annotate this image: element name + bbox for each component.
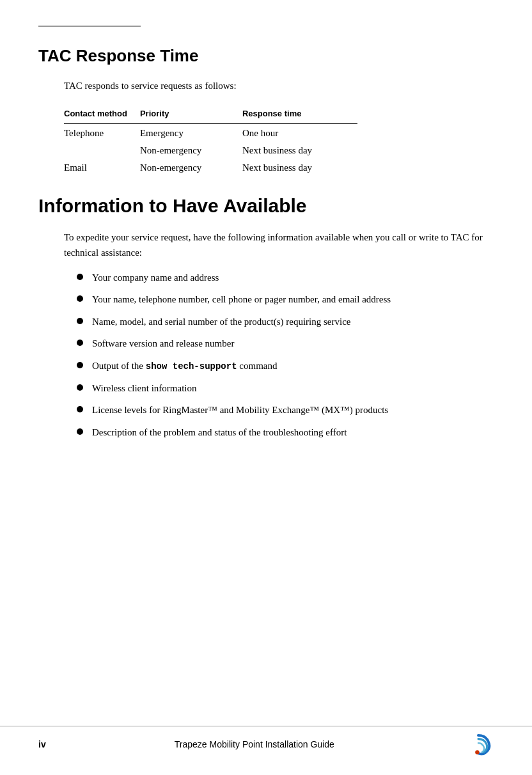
cell-contact: Email <box>64 159 140 176</box>
info-section-title: Information to Have Available <box>38 195 494 217</box>
list-item-text: Your company name and address <box>92 270 219 285</box>
table-row: Non-emergencyNext business day <box>64 141 357 159</box>
list-item-text: Description of the problem and status of… <box>92 425 347 440</box>
col-header-contact: Contact method <box>64 106 140 124</box>
footer-page-num: iv <box>38 739 46 749</box>
bullet-dot-icon <box>77 362 83 368</box>
bullet-dot-icon <box>77 295 83 302</box>
table-row: TelephoneEmergencyOne hour <box>64 123 357 141</box>
bullet-dot-icon <box>77 384 83 391</box>
tac-response-section: TAC Response Time TAC responds to servic… <box>38 46 494 176</box>
cell-priority: Emergency <box>140 123 242 141</box>
table-header-row: Contact method Priority Response time <box>64 106 357 124</box>
bullet-list: Your company name and addressYour name, … <box>77 270 494 440</box>
bullet-dot-icon <box>77 274 83 280</box>
cell-response: One hour <box>242 123 357 141</box>
info-section: Information to Have Available To expedit… <box>38 195 494 440</box>
tac-table: Contact method Priority Response time Te… <box>64 106 357 176</box>
col-header-priority: Priority <box>140 106 242 124</box>
list-item-text: Name, model, and serial number of the pr… <box>92 315 350 329</box>
col-header-response: Response time <box>242 106 357 124</box>
cell-priority: Non-emergency <box>140 159 242 176</box>
list-item-text: Software version and release number <box>92 336 234 351</box>
cell-contact <box>64 141 140 159</box>
list-item: Description of the problem and status of… <box>77 425 494 440</box>
list-item-text: Output of the show tech-support command <box>92 359 277 373</box>
info-intro-text: To expedite your service request, have t… <box>64 230 494 260</box>
top-rule <box>38 26 141 27</box>
list-item-text: Wireless client information <box>92 381 197 396</box>
list-item-text: Your name, telephone number, cell phone … <box>92 292 391 307</box>
svg-point-0 <box>475 750 479 754</box>
cell-priority: Non-emergency <box>140 141 242 159</box>
trapeze-logo-icon <box>463 733 494 756</box>
page-footer: iv Trapeze Mobility Point Installation G… <box>0 726 532 762</box>
cell-contact: Telephone <box>64 123 140 141</box>
cell-response: Next business day <box>242 141 357 159</box>
cell-response: Next business day <box>242 159 357 176</box>
bullet-dot-icon <box>77 340 83 346</box>
bullet-dot-icon <box>77 318 83 324</box>
list-item: Name, model, and serial number of the pr… <box>77 315 494 329</box>
list-item: Wireless client information <box>77 381 494 396</box>
list-item: Your name, telephone number, cell phone … <box>77 292 494 307</box>
footer-logo <box>463 733 494 756</box>
list-item-text: License levels for RingMaster™ and Mobil… <box>92 403 388 418</box>
table-row: EmailNon-emergencyNext business day <box>64 159 357 176</box>
bullet-dot-icon <box>77 406 83 412</box>
tac-intro-text: TAC responds to service requests as foll… <box>64 79 494 93</box>
list-item: Output of the show tech-support command <box>77 359 494 373</box>
list-item: Software version and release number <box>77 336 494 351</box>
page-container: TAC Response Time TAC responds to servic… <box>0 0 532 498</box>
footer-title: Trapeze Mobility Point Installation Guid… <box>175 739 334 749</box>
list-item: License levels for RingMaster™ and Mobil… <box>77 403 494 418</box>
bullet-dot-icon <box>77 428 83 435</box>
list-item: Your company name and address <box>77 270 494 285</box>
tac-section-title: TAC Response Time <box>38 46 494 66</box>
list-item-bold: show tech-support <box>146 361 237 372</box>
